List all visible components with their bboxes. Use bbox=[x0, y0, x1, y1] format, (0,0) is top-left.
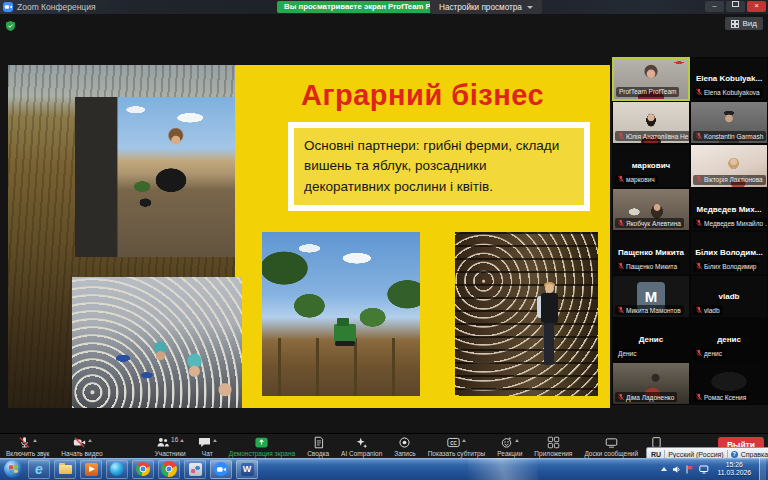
taskbar-paint[interactable] bbox=[184, 460, 206, 479]
record-icon bbox=[398, 436, 411, 449]
apps-button[interactable]: Приложения bbox=[530, 434, 576, 459]
folder-icon bbox=[59, 465, 72, 474]
record-button[interactable]: Запись bbox=[390, 434, 419, 459]
captions-button[interactable]: CC Показать субтитры bbox=[424, 434, 490, 459]
share-screen-button[interactable]: Демонстрация экрана bbox=[225, 434, 299, 459]
grid-view-icon bbox=[731, 20, 739, 28]
encryption-shield-icon bbox=[6, 17, 15, 35]
whiteboards-button[interactable]: Доски сообщений bbox=[580, 434, 642, 459]
participant-tile[interactable]: Медведев Мих... Медведев Михайло ... bbox=[690, 188, 768, 232]
muted-mic-icon bbox=[696, 393, 702, 402]
participant-tile[interactable]: Ромас Ксения bbox=[690, 362, 768, 406]
whiteboard-icon bbox=[605, 436, 618, 449]
participant-tile[interactable]: маркович маркович bbox=[612, 144, 690, 188]
help-label[interactable]: Справка bbox=[741, 451, 768, 458]
speaker-icon[interactable] bbox=[672, 460, 681, 478]
svg-text:CC: CC bbox=[450, 440, 457, 445]
chevron-up-icon[interactable] bbox=[33, 439, 37, 442]
participants-icon bbox=[156, 436, 169, 449]
mute-button[interactable]: Включить звук bbox=[2, 434, 53, 459]
chevron-up-icon[interactable] bbox=[515, 439, 519, 442]
participants-gallery: ProfTeam ProfTeam Elena Kobulyak... Elen… bbox=[612, 57, 768, 405]
muted-mic-icon bbox=[618, 132, 624, 141]
taskbar-word[interactable]: W bbox=[236, 460, 258, 479]
close-button[interactable]: × bbox=[747, 1, 766, 12]
participant-tile[interactable]: Юлія Анатоліївна Не... bbox=[612, 101, 690, 145]
taskbar-edge[interactable] bbox=[106, 460, 128, 479]
muted-mic-icon bbox=[618, 306, 624, 315]
tray-expand-icon[interactable] bbox=[661, 467, 667, 471]
language-name[interactable]: Русский (Россия) bbox=[668, 451, 724, 458]
taskbar-file-explorer[interactable] bbox=[54, 460, 76, 479]
ai-companion-button[interactable]: AI Companion bbox=[337, 434, 386, 459]
share-screen-icon bbox=[255, 436, 268, 449]
participant-tile[interactable]: Konstantin Garmash bbox=[690, 101, 768, 145]
participant-tile[interactable]: Elena Kobulyak... Elena Kobulyakova bbox=[690, 57, 768, 101]
muted-mic-icon bbox=[696, 132, 702, 141]
view-button[interactable]: Вид bbox=[725, 17, 763, 30]
chrome-icon bbox=[136, 462, 150, 476]
chevron-up-icon[interactable] bbox=[462, 439, 466, 442]
view-settings-button[interactable]: Настройки просмотра bbox=[430, 0, 542, 14]
participant-tile[interactable]: ProfTeam ProfTeam bbox=[612, 57, 690, 101]
taskbar-zoom[interactable] bbox=[210, 460, 232, 479]
mushroom-racks-photo bbox=[455, 232, 598, 396]
mushroom-farm-workers-photo bbox=[72, 277, 242, 408]
slide-title: Аграрний бізнес bbox=[245, 79, 600, 112]
participant-tile[interactable]: Денис Денис bbox=[612, 318, 690, 362]
help-icon[interactable]: ? bbox=[731, 451, 738, 458]
network-icon[interactable] bbox=[699, 460, 709, 478]
restore-button[interactable] bbox=[726, 1, 745, 12]
restore-icon bbox=[732, 1, 739, 7]
start-button[interactable] bbox=[4, 460, 22, 478]
worker-figure bbox=[537, 284, 563, 368]
chevron-up-icon[interactable] bbox=[213, 439, 217, 442]
reactions-button[interactable]: Реакции bbox=[493, 434, 526, 459]
taskbar-internet-explorer[interactable]: e bbox=[28, 460, 50, 479]
participants-button[interactable]: 16 Участники bbox=[151, 434, 190, 459]
chat-button[interactable]: Чат bbox=[194, 434, 221, 459]
taskbar-chrome-2[interactable] bbox=[158, 460, 180, 479]
taskbar-media-player[interactable] bbox=[80, 460, 102, 479]
muted-mic-icon bbox=[618, 175, 624, 184]
system-tray: 15:26 11.03.2026 bbox=[661, 458, 768, 480]
muted-mic-icon bbox=[696, 175, 702, 184]
participant-tile[interactable]: Діма Ладоненко bbox=[612, 362, 690, 406]
muted-mic-icon bbox=[696, 306, 702, 315]
participant-tile[interactable]: Пащенко Микита Пащенко Микита bbox=[612, 231, 690, 275]
muted-mic-icon bbox=[618, 393, 624, 402]
edge-icon bbox=[110, 462, 124, 476]
apps-grid-icon bbox=[547, 436, 560, 449]
participant-tile[interactable]: Білих Володим... Білих Володимир bbox=[690, 231, 768, 275]
taskbar-clock[interactable]: 15:26 11.03.2026 bbox=[717, 461, 751, 478]
media-player-icon bbox=[85, 463, 98, 476]
muted-mic-icon bbox=[618, 219, 624, 228]
participant-tile[interactable]: M Микита Мамонтов bbox=[612, 275, 690, 319]
taskbar-chrome[interactable] bbox=[132, 460, 154, 479]
tree-trunks bbox=[262, 338, 420, 396]
presentation-slide: Аграрний бізнес Основні партнери: грибні… bbox=[8, 65, 610, 408]
show-desktop-button[interactable] bbox=[759, 458, 766, 480]
paint-icon bbox=[189, 463, 202, 476]
participant-tile[interactable]: денис денис bbox=[690, 318, 768, 362]
participant-tile[interactable]: Якобчук Алевтина bbox=[612, 188, 690, 232]
participant-tile[interactable]: Вікторія Лактіонова bbox=[690, 144, 768, 188]
slide-text-box: Основні партнери: грибні ферми, склади в… bbox=[288, 122, 590, 211]
chevron-down-icon bbox=[527, 6, 533, 9]
smiley-icon bbox=[500, 436, 513, 449]
action-center-flag-icon[interactable] bbox=[686, 460, 694, 478]
summary-button[interactable]: Сводка bbox=[303, 434, 333, 459]
chrome-icon bbox=[161, 461, 177, 477]
minimize-button[interactable]: – bbox=[705, 1, 724, 12]
internet-explorer-icon: e bbox=[35, 463, 43, 475]
participants-count: 16 bbox=[171, 436, 178, 443]
girl-planting-photo bbox=[75, 97, 235, 257]
chevron-up-icon[interactable] bbox=[88, 439, 92, 442]
muted-mic-icon bbox=[696, 219, 702, 228]
language-code[interactable]: RU bbox=[651, 451, 661, 458]
muted-mic-icon bbox=[696, 88, 702, 97]
participant-tile[interactable]: vladb vladb bbox=[690, 275, 768, 319]
zoom-camera-icon bbox=[3, 2, 13, 12]
start-video-button[interactable]: Начать видео bbox=[57, 434, 106, 459]
chevron-up-icon[interactable] bbox=[180, 439, 184, 442]
